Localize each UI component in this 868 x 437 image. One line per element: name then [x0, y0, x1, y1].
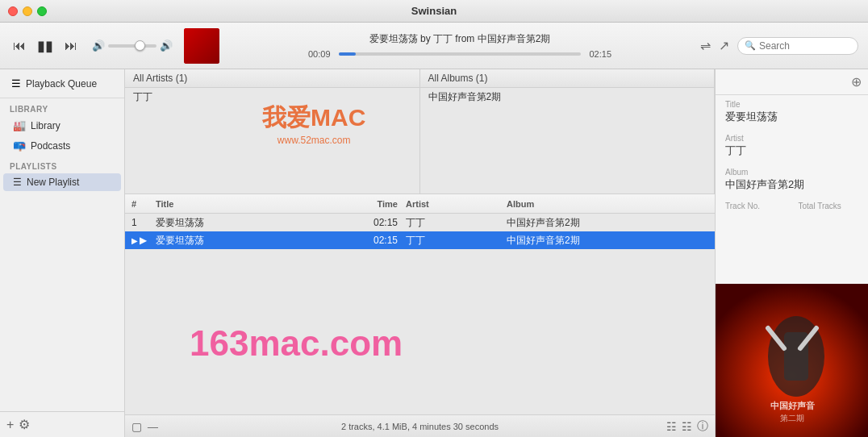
album-art-svg: 中国好声音 第二期 — [716, 284, 868, 437]
track-info-section: 爱要坦荡荡 by 丁丁 from 中国好声音第2期 00:09 02:15 — [226, 32, 694, 59]
playlist-icon: ☰ — [13, 177, 22, 188]
playlists-section-label: PLAYLISTS — [0, 156, 124, 173]
watermark-163-group: 163mac.com — [190, 323, 403, 364]
main-area: ☰ Playback Queue LIBRARY 🏭 Library 📪 Pod… — [0, 69, 868, 437]
settings-button[interactable]: ⚙ — [19, 417, 30, 432]
col-header-num: # — [131, 199, 156, 209]
details-total-field: Total Tracks — [799, 202, 859, 211]
details-trackno-field: Track No. — [725, 202, 786, 211]
track-time: 02:15 — [357, 235, 406, 246]
now-playing-title: 爱要坦荡荡 by 丁丁 from 中国好声音第2期 — [369, 32, 551, 46]
track-list-area: # Title Time Artist Album 1爱要坦荡荡02:15丁丁中… — [125, 194, 715, 414]
track-title: 爱要坦荡荡 — [156, 234, 357, 248]
progress-section: 00:09 02:15 — [226, 49, 694, 59]
library-section-label: LIBRARY — [0, 98, 124, 115]
grid-view-button[interactable]: ☷ — [666, 420, 677, 433]
status-bar: ▢ ⸻ 2 tracks, 4.1 MiB, 4 minutes 30 seco… — [125, 414, 715, 437]
playback-queue-item[interactable]: ☰ Playback Queue — [6, 74, 118, 93]
status-bar-right: ☷ ☷ ⓘ — [666, 419, 708, 434]
browser-panes: All Artists (1) 丁丁 All Albums (1) 中国好声音第… — [125, 69, 715, 194]
details-album-label: Album — [725, 168, 858, 177]
window-controls — [8, 6, 47, 16]
album-art-bg: 中国好声音 第二期 — [716, 284, 868, 437]
track-artist: 丁丁 — [406, 216, 507, 230]
next-button[interactable]: ⏭ — [61, 37, 81, 55]
details-artist-label: Artist — [725, 134, 858, 143]
info-button[interactable]: ⓘ — [697, 419, 708, 434]
watermark-163-text: 163mac.com — [190, 323, 403, 364]
albums-pane: All Albums (1) 中国好声音第2期 — [420, 69, 716, 194]
artist-item[interactable]: 丁丁 — [125, 88, 419, 106]
sidebar: ☰ Playback Queue LIBRARY 🏭 Library 📪 Pod… — [0, 69, 125, 437]
sidebar-top: ☰ Playback Queue — [0, 69, 124, 98]
podcasts-icon: 📪 — [13, 139, 26, 152]
details-artist-value: 丁丁 — [725, 144, 858, 158]
progress-bar[interactable] — [339, 52, 581, 56]
volume-section: 🔊 🔊 — [92, 40, 173, 52]
library-label: Library — [31, 120, 61, 131]
time-total: 02:15 — [586, 49, 611, 59]
sidebar-item-podcasts[interactable]: 📪 Podcasts — [3, 136, 121, 155]
volume-low-icon: 🔊 — [92, 40, 105, 52]
col-header-title: Title — [156, 199, 357, 209]
toolbar-right: ⇌ ↗ 🔍 — [700, 37, 858, 55]
search-box[interactable]: 🔍 — [737, 37, 858, 55]
maximize-button[interactable] — [37, 6, 47, 16]
album-art-thumbnail — [184, 28, 219, 64]
col-header-album: Album — [507, 199, 708, 209]
shuffle-button[interactable]: ⇌ — [700, 38, 711, 53]
track-album: 中国好声音第2期 — [507, 216, 708, 230]
albums-header: All Albums (1) — [420, 69, 715, 88]
track-list-header: # Title Time Artist Album — [125, 194, 715, 214]
svg-text:第二期: 第二期 — [780, 414, 804, 422]
view-equalizer-button[interactable]: ⸻ — [147, 420, 158, 433]
library-icon: 🏭 — [13, 119, 26, 131]
search-input[interactable] — [759, 40, 851, 52]
svg-text:中国好声音: 中国好声音 — [770, 401, 815, 410]
playback-queue-label: Playback Queue — [26, 78, 97, 89]
search-icon: 🔍 — [745, 40, 756, 51]
main-content: All Artists (1) 丁丁 All Albums (1) 中国好声音第… — [125, 69, 715, 437]
details-circle-button[interactable]: ⊕ — [851, 74, 862, 89]
details-title-value: 爱要坦荡荡 — [725, 110, 858, 124]
details-artist-field: Artist 丁丁 — [716, 129, 868, 163]
queue-icon: ☰ — [11, 77, 21, 89]
album-item[interactable]: 中国好声音第2期 — [420, 88, 715, 106]
pause-button[interactable]: ▮▮ — [32, 35, 58, 56]
col-header-time: Time — [357, 199, 406, 209]
list-view-button[interactable]: ☷ — [682, 420, 692, 433]
track-title: 爱要坦荡荡 — [156, 216, 357, 230]
track-row[interactable]: ▶爱要坦荡荡02:15丁丁中国好声音第2期 — [125, 231, 715, 249]
window-title: Swinsian — [411, 5, 457, 17]
podcasts-label: Podcasts — [31, 140, 70, 152]
view-single-button[interactable]: ▢ — [131, 420, 142, 433]
details-title-field: Title 爱要坦荡荡 — [716, 95, 868, 129]
status-text: 2 tracks, 4.1 MiB, 4 minutes 30 seconds — [341, 422, 499, 431]
toolbar: ⏮ ▮▮ ⏭ 🔊 🔊 爱要坦荡荡 by 丁丁 from 中国好声音第2期 00:… — [0, 23, 868, 69]
prev-button[interactable]: ⏮ — [10, 37, 29, 55]
close-button[interactable] — [8, 6, 18, 16]
status-bar-left: ▢ ⸻ — [131, 420, 158, 433]
track-row[interactable]: 1爱要坦荡荡02:15丁丁中国好声音第2期 — [125, 214, 715, 231]
track-num: ▶ — [131, 235, 156, 246]
track-time: 02:15 — [357, 217, 406, 228]
details-album-field: Album 中国好声音第2期 — [716, 163, 868, 197]
album-art-large: 中国好声音 第二期 — [716, 284, 868, 437]
track-num: 1 — [131, 217, 156, 228]
artists-pane: All Artists (1) 丁丁 — [125, 69, 420, 194]
col-header-artist: Artist — [406, 199, 507, 209]
add-playlist-button[interactable]: + — [6, 418, 14, 432]
minimize-button[interactable] — [23, 6, 32, 16]
sidebar-item-library[interactable]: 🏭 Library — [3, 116, 121, 135]
expand-button[interactable]: ↗ — [719, 38, 729, 53]
new-playlist-label: New Playlist — [27, 177, 79, 188]
sidebar-bottom: + ⚙ — [0, 411, 124, 437]
album-art-mini-display — [184, 28, 219, 64]
volume-slider[interactable] — [108, 44, 156, 48]
details-header: ⊕ — [716, 69, 868, 95]
new-playlist-item[interactable]: ☰ New Playlist — [3, 173, 121, 191]
volume-thumb — [135, 40, 145, 51]
track-artist: 丁丁 — [406, 234, 507, 248]
details-total-label: Total Tracks — [799, 202, 859, 210]
details-album-value: 中国好声音第2期 — [725, 177, 858, 192]
